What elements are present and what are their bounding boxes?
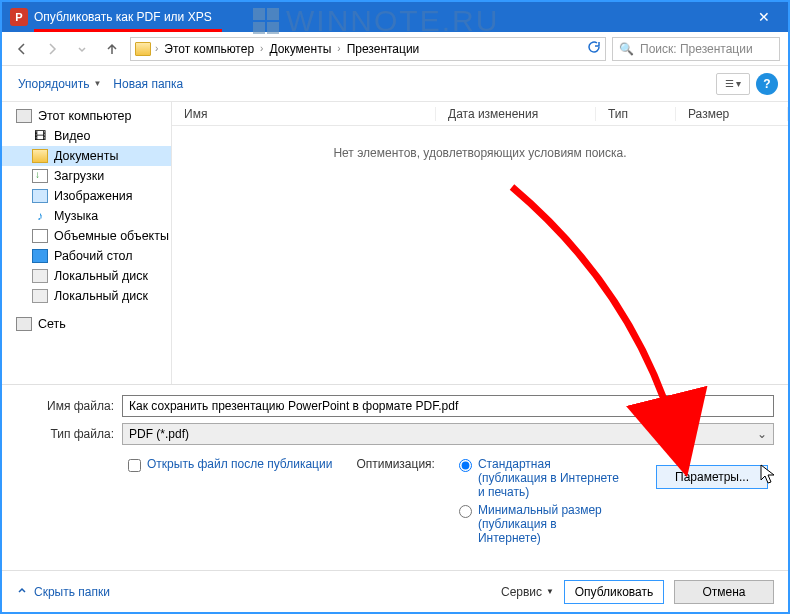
optimize-label: Оптимизация: bbox=[356, 457, 435, 471]
col-type[interactable]: Тип bbox=[596, 107, 676, 121]
chevron-up-icon bbox=[16, 584, 28, 599]
organize-menu[interactable]: Упорядочить▼ bbox=[12, 73, 107, 95]
cursor-icon bbox=[760, 464, 778, 490]
back-button[interactable] bbox=[10, 37, 34, 61]
view-mode-button[interactable]: ☰ ▾ bbox=[716, 73, 750, 95]
crumb-this-pc[interactable]: Этот компьютер bbox=[162, 42, 256, 56]
recent-button[interactable] bbox=[70, 37, 94, 61]
filetype-combo[interactable]: PDF (*.pdf) bbox=[122, 423, 774, 445]
empty-message: Нет элементов, удовлетворяющих условиям … bbox=[172, 126, 788, 384]
title-bar: P Опубликовать как PDF или XPS ✕ bbox=[2, 2, 788, 32]
col-size[interactable]: Размер bbox=[676, 107, 788, 121]
col-name[interactable]: Имя bbox=[172, 107, 436, 121]
sidebar-downloads[interactable]: Загрузки bbox=[2, 166, 171, 186]
new-folder-button[interactable]: Новая папка bbox=[107, 73, 189, 95]
publish-button[interactable]: Опубликовать bbox=[564, 580, 664, 604]
search-input[interactable]: 🔍 Поиск: Презентации bbox=[612, 37, 780, 61]
open-after-checkbox[interactable]: Открыть файл после публикации bbox=[128, 457, 332, 472]
sidebar-disk-d[interactable]: Локальный диск bbox=[2, 286, 171, 306]
sidebar-this-pc[interactable]: Этот компьютер bbox=[2, 106, 171, 126]
refresh-icon[interactable] bbox=[587, 40, 601, 57]
hide-folders-link[interactable]: Скрыть папки bbox=[16, 584, 110, 599]
tools-menu[interactable]: Сервис▼ bbox=[501, 585, 554, 599]
sidebar-disk-c[interactable]: Локальный диск bbox=[2, 266, 171, 286]
sidebar-video[interactable]: 🎞Видео bbox=[2, 126, 171, 146]
up-button[interactable] bbox=[100, 37, 124, 61]
sidebar-pictures[interactable]: Изображения bbox=[2, 186, 171, 206]
sidebar-desktop[interactable]: Рабочий стол bbox=[2, 246, 171, 266]
sidebar-3dobjects[interactable]: Объемные объекты bbox=[2, 226, 171, 246]
options-button[interactable]: Параметры... bbox=[656, 465, 768, 489]
sidebar-network[interactable]: Сеть bbox=[2, 314, 171, 334]
filename-input[interactable] bbox=[122, 395, 774, 417]
cancel-button[interactable]: Отмена bbox=[674, 580, 774, 604]
powerpoint-icon: P bbox=[10, 8, 28, 26]
annotation-underline bbox=[34, 29, 222, 32]
sidebar-music[interactable]: ♪Музыка bbox=[2, 206, 171, 226]
col-modified[interactable]: Дата изменения bbox=[436, 107, 596, 121]
filetype-label: Тип файла: bbox=[16, 427, 114, 441]
window-title: Опубликовать как PDF или XPS bbox=[34, 10, 212, 24]
column-headers: Имя Дата изменения Тип Размер bbox=[172, 102, 788, 126]
optimize-minimal-radio[interactable]: Минимальный размер (публикация в Интерне… bbox=[459, 503, 619, 545]
file-list-area: Имя Дата изменения Тип Размер Нет элемен… bbox=[172, 102, 788, 384]
crumb-presentations[interactable]: Презентации bbox=[345, 42, 422, 56]
help-button[interactable]: ? bbox=[756, 73, 778, 95]
crumb-documents[interactable]: Документы bbox=[267, 42, 333, 56]
search-icon: 🔍 bbox=[619, 42, 634, 56]
folder-icon bbox=[135, 42, 151, 56]
address-bar[interactable]: › Этот компьютер › Документы › Презентац… bbox=[130, 37, 606, 61]
close-button[interactable]: ✕ bbox=[740, 2, 788, 32]
filename-label: Имя файла: bbox=[16, 399, 114, 413]
toolbar: Упорядочить▼ Новая папка ☰ ▾ ? bbox=[2, 66, 788, 102]
forward-button[interactable] bbox=[40, 37, 64, 61]
nav-row: › Этот компьютер › Документы › Презентац… bbox=[2, 32, 788, 66]
footer: Скрыть папки Сервис▼ Опубликовать Отмена bbox=[2, 570, 788, 612]
sidebar-documents[interactable]: Документы bbox=[2, 146, 171, 166]
search-placeholder: Поиск: Презентации bbox=[640, 42, 753, 56]
optimize-standard-radio[interactable]: Стандартная (публикация в Интернете и пе… bbox=[459, 457, 619, 499]
sidebar: Этот компьютер 🎞Видео Документы Загрузки… bbox=[2, 102, 172, 384]
